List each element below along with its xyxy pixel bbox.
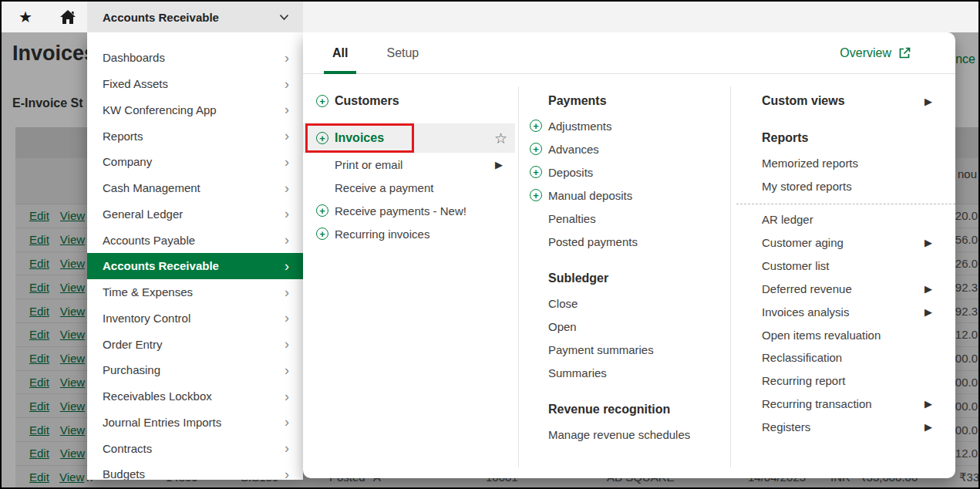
menu-item-memorized-reports[interactable]: Memorized reports [730,151,952,174]
chevron-right-icon: › [285,415,289,429]
menu-item-customer-list[interactable]: Customer list [730,254,952,277]
favorites-star-icon[interactable]: ★ [12,2,39,32]
module-switcher[interactable]: Accounts Receivable [87,2,303,32]
menu-item-open-items-revaluation[interactable]: Open items revaluation [730,323,952,346]
chevron-right-icon: › [285,390,289,403]
tab-all[interactable]: All [324,32,356,73]
menu-item-ar-ledger[interactable]: AR ledger [730,207,952,231]
chevron-right-icon: › [285,77,289,91]
menu-item-payment-summaries[interactable]: Payment summaries [518,338,727,361]
chevron-right-icon: › [285,155,289,169]
nav-item-fixed-assets[interactable]: Fixed Assets› [87,71,303,97]
plus-circle-icon[interactable]: + [530,120,542,132]
chevron-right-icon: › [285,285,289,299]
nav-item-dashboards[interactable]: Dashboards› [87,45,303,71]
favorite-star-icon[interactable]: ☆ [494,131,507,146]
nav-item-purchasing[interactable]: Purchasing› [87,357,303,383]
app-screen: Invoices E-Invoice St nce nou Edit View … [0,0,980,489]
chevron-right-icon: › [285,181,289,195]
nav-item-order-entry[interactable]: Order Entry› [87,331,303,357]
menu-item-print-or-email[interactable]: Print or email ▶ [303,153,515,176]
menu-item-close[interactable]: Close [518,292,727,315]
menu-item-registers[interactable]: Registers ▶ [730,415,952,438]
menu-item-recurring-invoices[interactable]: + Recurring invoices [303,222,515,245]
menu-item-reclassification[interactable]: Reclassification [730,346,952,369]
chevron-right-icon: › [285,207,289,221]
nav-item-journal-entries-imports[interactable]: Journal Entries Imports› [87,410,303,436]
section-title-subledger: Subledger [518,265,727,292]
menu-item-recurring-report[interactable]: Recurring report [730,369,952,392]
chevron-right-icon: › [285,129,289,143]
plus-circle-icon[interactable]: + [316,95,328,107]
menu-item-custom-views[interactable]: Custom views ▶ [730,88,952,114]
menu-item-receive-a-payment[interactable]: Receive a payment [303,176,515,199]
section-title-reports: Reports [730,125,952,151]
home-icon[interactable] [54,2,82,32]
chevron-right-icon: › [285,103,289,116]
menu-item-manage-revenue-schedules[interactable]: Manage revenue schedules [518,423,727,446]
menu-item-deposits[interactable]: + Deposits [518,160,727,184]
menu-item-customers[interactable]: + Customers [303,86,515,116]
menu-item-deferred-revenue[interactable]: Deferred revenue ▶ [730,277,952,300]
nav-item-inventory-control[interactable]: Inventory Control› [87,305,303,332]
chevron-right-icon: › [285,363,289,377]
chevron-right-icon: › [285,51,289,65]
menu-item-invoices-analysis[interactable]: Invoices analysis ▶ [730,300,952,323]
accounts-receivable-mega-menu: All Setup Overview + Customers + [303,32,955,478]
top-bar: ★ Accounts Receivable [2,2,978,32]
nav-item-receivables-lockbox[interactable]: Receivables Lockbox› [87,383,303,410]
applications-column: + Customers + Invoices ☆ Print or email … [303,74,518,478]
tab-setup[interactable]: Setup [378,32,427,73]
menu-item-my-stored-reports[interactable]: My stored reports [730,174,952,197]
section-title-revenue-recognition: Revenue recognition [518,396,727,423]
submenu-arrow-icon: ▶ [924,96,932,107]
submenu-arrow-icon: ▶ [924,398,932,410]
menu-item-manual-deposits[interactable]: + Manual deposits [518,184,727,207]
menu-item-invoices[interactable]: + Invoices ☆ [303,123,515,153]
nav-item-accounts-payable[interactable]: Accounts Payable› [87,227,303,253]
nav-item-reports[interactable]: Reports› [87,123,303,149]
submenu-arrow-icon: ▶ [924,421,932,433]
nav-item-time-expenses[interactable]: Time & Expenses› [87,279,303,305]
nav-item-company[interactable]: Company› [87,149,303,175]
plus-circle-icon[interactable]: + [316,228,328,240]
chevron-right-icon: › [285,337,289,351]
module-nav-panel: Dashboards› Fixed Assets› KW Conferencin… [87,32,303,480]
plus-circle-icon[interactable]: + [316,132,328,144]
chevron-right-icon: › [285,233,289,247]
plus-circle-icon[interactable]: + [530,143,542,155]
mega-menu-body: + Customers + Invoices ☆ Print or email … [303,74,955,478]
plus-circle-icon[interactable]: + [316,204,328,217]
submenu-arrow-icon: ▶ [924,237,932,248]
menu-item-posted-payments[interactable]: Posted payments [518,230,727,253]
plus-circle-icon[interactable]: + [530,189,542,201]
menu-item-penalties[interactable]: Penalties [518,207,727,230]
payments-column: Payments + Adjustments + Advances + Depo… [518,74,730,478]
menu-item-advances[interactable]: + Advances [518,137,727,160]
menu-item-adjustments[interactable]: + Adjustments [518,114,727,137]
overview-link[interactable]: Overview [840,32,911,73]
menu-item-customer-aging[interactable]: Customer aging ▶ [730,231,952,254]
menu-item-summaries[interactable]: Summaries [518,361,727,384]
menu-item-recurring-transaction[interactable]: Recurring transaction ▶ [730,392,952,415]
section-title-payments: Payments [518,88,727,114]
module-switcher-label: Accounts Receivable [103,11,219,24]
nav-item-cash-management[interactable]: Cash Management› [87,175,303,201]
nav-item-contracts[interactable]: Contracts› [87,435,303,461]
menu-item-receive-payments-new[interactable]: + Receive payments - New! [303,199,515,222]
submenu-arrow-icon: ▶ [924,306,932,318]
nav-item-accounts-receivable[interactable]: Accounts Receivable› [87,253,303,279]
reports-column: Custom views ▶ Reports Memorized reports… [730,74,955,478]
chevron-right-icon: › [285,467,289,480]
mega-menu-tabbar: All Setup Overview [303,32,955,74]
chevron-right-icon: › [285,311,289,325]
chevron-right-icon: › [285,441,289,455]
plus-circle-icon[interactable]: + [530,166,542,178]
submenu-arrow-icon: ▶ [924,283,932,295]
nav-item-kw-conferencing-app[interactable]: KW Conferencing App› [87,97,303,123]
external-link-icon [898,46,911,59]
chevron-right-icon: › [285,259,289,273]
nav-item-general-ledger[interactable]: General Ledger› [87,201,303,228]
menu-item-open[interactable]: Open [518,315,727,338]
nav-item-budgets[interactable]: Budgets› [87,461,303,480]
